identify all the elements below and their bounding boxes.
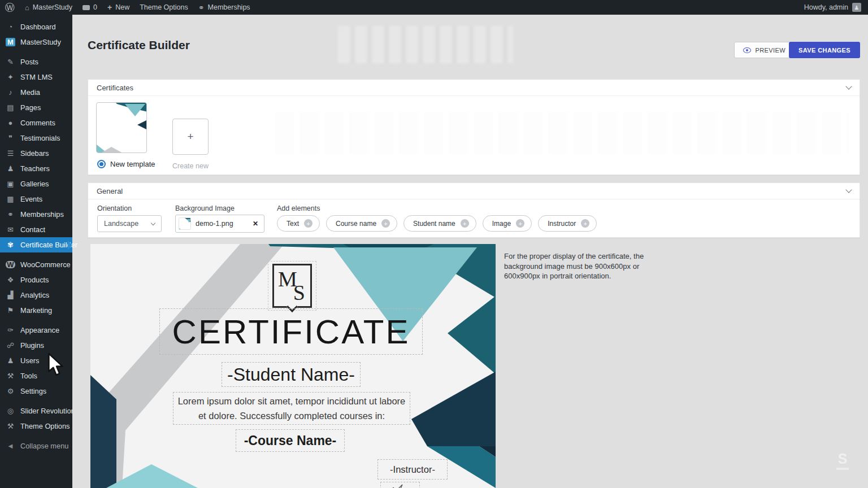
sidebar-item-slider-revolution[interactable]: ◎Slider Revolution <box>0 403 72 419</box>
sidebars-icon: ☰ <box>6 149 15 158</box>
template-radio-selected[interactable] <box>97 160 106 168</box>
sidebar-item-label: Sidebars <box>20 149 49 158</box>
wordpress-logo-icon: Ⓦ <box>5 3 15 12</box>
sidebar-item-woocommerce[interactable]: WWooCommerce <box>0 257 72 272</box>
certificate-title-element[interactable]: CERTIFICATE <box>159 308 423 355</box>
memberships-link[interactable]: ⚭ Memberships <box>193 0 255 15</box>
sidebar-item-label: Users <box>20 356 39 365</box>
new-content-menu[interactable]: + New <box>102 0 134 15</box>
add-element-instructor-button[interactable]: Instructor+ <box>538 215 597 232</box>
course-name-element[interactable]: -Course Name- <box>236 429 345 452</box>
ms-shield-logo: M S <box>272 264 312 308</box>
sidebar-item-teachers[interactable]: ♟Teachers <box>0 161 72 176</box>
sidebar-item-posts[interactable]: ✎Posts <box>0 54 72 69</box>
galleries-icon: ▣ <box>6 180 15 188</box>
sidebar-item-contact[interactable]: ✉Contact <box>0 222 72 237</box>
theme-options-label: Theme Options <box>140 3 188 11</box>
plugins-icon: ☍ <box>6 341 15 350</box>
pill-label: Text <box>287 220 299 228</box>
comment-bubble-icon <box>83 5 90 10</box>
chevron-down-icon[interactable] <box>845 186 852 193</box>
orientation-select[interactable]: Landscape <box>97 215 162 232</box>
sidebar-item-events[interactable]: ▦Events <box>0 191 72 207</box>
template-name-label: New template <box>110 160 155 168</box>
collapse-icon: ◄ <box>6 442 15 450</box>
certificate-canvas[interactable]: M S CERTIFICATE -Student Name- Lorem ips… <box>90 244 496 488</box>
sidebar-item-sidebars[interactable]: ☰Sidebars <box>0 146 72 161</box>
sidebar-item-tools[interactable]: ⚒Tools <box>0 368 72 384</box>
instructor-element[interactable]: -Instructor- <box>377 459 448 480</box>
memberships-label: Memberships <box>208 3 250 11</box>
howdy-admin-link[interactable]: Howdy, admin <box>804 3 848 11</box>
student-name-element[interactable]: -Student Name- <box>222 362 361 387</box>
contact-icon: ✉ <box>6 225 15 234</box>
chevron-down-icon[interactable] <box>845 83 852 89</box>
certificate-title-text: CERTIFICATE <box>172 312 410 351</box>
sidebar-item-galleries[interactable]: ▣Galleries <box>0 176 72 191</box>
sidebar-item-label: Products <box>20 276 49 284</box>
sidebar-item-label: Certificate Builder <box>20 241 77 249</box>
sidebar-item-label: Pages <box>20 103 41 112</box>
course-name-text: -Course Name- <box>244 433 337 448</box>
sidebar-item-collapse-menu[interactable]: ◄Collapse menu <box>0 438 72 454</box>
testimonials-icon: ❞ <box>6 134 15 142</box>
signature-element[interactable] <box>380 482 420 488</box>
general-panel: General Orientation Background Image Add… <box>88 182 860 238</box>
add-element-image-button[interactable]: Image+ <box>483 215 532 232</box>
sidebar-item-label: Marketing <box>20 306 52 315</box>
site-name-link[interactable]: ⌂ MasterStudy <box>20 0 77 15</box>
description-line2: et dolore. Successfully completed course… <box>198 408 385 423</box>
background-image-field[interactable]: demo-1.png ✕ <box>175 215 264 233</box>
certificate-logo-element[interactable]: M S <box>268 261 316 311</box>
sidebar-item-dashboard[interactable]: ◔Dashboard <box>0 19 72 34</box>
sidebar-item-comments[interactable]: ●Comments <box>0 115 72 130</box>
add-element-student-name-button[interactable]: Student name+ <box>403 215 476 232</box>
sidebar-item-plugins[interactable]: ☍Plugins <box>0 338 72 353</box>
preview-button[interactable]: PREVIEW <box>734 42 795 58</box>
tools-icon: ⚒ <box>6 372 15 380</box>
sidebar-item-stm-lms[interactable]: ✦STM LMS <box>0 69 72 85</box>
sidebar-item-label: MasterStudy <box>20 38 61 46</box>
users-icon: ♟ <box>6 356 15 365</box>
sidebar-item-masterstudy[interactable]: MMasterStudy <box>0 34 72 50</box>
pill-label: Course name <box>336 220 376 228</box>
general-panel-header[interactable]: General <box>88 183 860 199</box>
certificates-panel-header[interactable]: Certificates <box>88 80 860 96</box>
avatar[interactable]: ♟ <box>852 3 861 12</box>
add-elements-label: Add elements <box>277 204 320 212</box>
groups-icon: ⚭ <box>198 3 205 12</box>
create-new-template-button[interactable]: + <box>172 119 209 155</box>
general-panel-title: General <box>97 187 123 195</box>
plus-icon: + <box>187 130 193 143</box>
sidebar-item-users[interactable]: ♟Users <box>0 353 72 368</box>
template-thumbnail[interactable] <box>96 102 147 153</box>
template-select-row[interactable]: New template <box>97 160 155 168</box>
orientation-value: Landscape <box>104 220 138 228</box>
sidebar-item-pages[interactable]: ▤Pages <box>0 100 72 115</box>
posts-icon: ✎ <box>6 58 15 66</box>
sidebar-item-products[interactable]: ❖Products <box>0 272 72 287</box>
pill-label: Image <box>492 220 511 228</box>
analytics-icon: ▟ <box>6 291 15 299</box>
description-element[interactable]: Lorem ipsum dolor sit amet, tempor incid… <box>173 392 410 425</box>
add-element-course-name-button[interactable]: Course name+ <box>326 215 397 232</box>
wordpress-menu[interactable]: Ⓦ <box>0 0 20 15</box>
remove-background-icon[interactable]: ✕ <box>253 220 258 228</box>
watermark-letter: S <box>838 451 848 467</box>
sidebar-item-memberships[interactable]: ⚭Memberships <box>0 207 72 222</box>
sidebar-item-appearance[interactable]: ✑Appearance <box>0 323 72 338</box>
sidebar-item-theme-options[interactable]: ⚒Theme Options <box>0 419 72 434</box>
sidebar-item-certificate-builder[interactable]: ✾Certificate Builder <box>0 237 72 252</box>
add-element-text-button[interactable]: Text+ <box>277 215 320 232</box>
save-changes-button[interactable]: SAVE CHANGES <box>789 42 860 58</box>
sidebar-item-media[interactable]: ♪Media <box>0 85 72 100</box>
comments-count: 0 <box>93 3 97 11</box>
student-name-text: -Student Name- <box>227 364 355 385</box>
slider-watermark: S <box>836 451 849 470</box>
theme-options-link[interactable]: Theme Options <box>134 0 193 15</box>
comments-link[interactable]: 0 <box>77 0 102 15</box>
sidebar-item-settings[interactable]: ⚙Settings <box>0 384 72 399</box>
sidebar-item-marketing[interactable]: ⚑Marketing <box>0 303 72 318</box>
sidebar-item-testimonials[interactable]: ❞Testimonials <box>0 130 72 146</box>
sidebar-item-analytics[interactable]: ▟Analytics <box>0 287 72 303</box>
